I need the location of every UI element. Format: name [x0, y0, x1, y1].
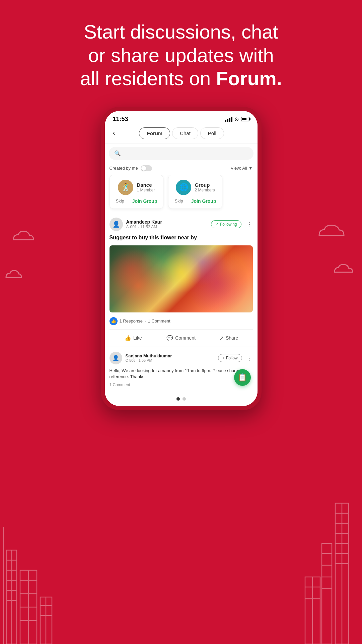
comment-options-button[interactable]: ⋮	[247, 354, 253, 362]
post-actions: 👍 Like 💬 Comment ↗ Share	[110, 329, 253, 347]
post-container: 👤 Amandeep Kaur A-001 · 11:53 AM ✓ Follo…	[105, 213, 258, 347]
wifi-icon: ⊙	[234, 116, 239, 122]
comment-icon: 💬	[166, 335, 173, 341]
group-card-dance: 🕺 Dance 1 Member Skip Join Group	[110, 175, 164, 209]
group-info-2: Group 2 Members	[195, 182, 215, 192]
comment-text: Hello, We are looking for a nanny from 1…	[110, 368, 253, 380]
group-actions-dance: Skip Join Group	[116, 198, 157, 204]
post-header: 👤 Amandeep Kaur A-001 · 11:53 AM ✓ Follo…	[110, 218, 253, 231]
tab-poll[interactable]: Poll	[200, 127, 224, 139]
group-avatar-2: 🌐	[176, 180, 191, 195]
like-thumb-icon: 👍	[110, 317, 118, 325]
post-stats: 👍 1 Response · 1 Comment	[110, 317, 253, 325]
app-nav: ‹ Forum Chat Poll	[105, 125, 258, 143]
join-button-dance[interactable]: Join Group	[132, 198, 157, 204]
share-button[interactable]: ↗ Share	[205, 333, 253, 343]
groups-scroll: 🕺 Dance 1 Member Skip Join Group	[105, 175, 258, 213]
post-user-details: Amandeep Kaur A-001 · 11:53 AM	[126, 219, 162, 229]
phone-outer: 11:53 ⊙ ‹ Forum Chat Poll	[101, 107, 262, 410]
view-all-dropdown[interactable]: View: All ▼	[231, 166, 253, 171]
status-time: 11:53	[113, 116, 128, 123]
indicator-dot-2[interactable]	[183, 397, 186, 401]
group-name-2: Group	[195, 182, 215, 188]
following-badge[interactable]: ✓ Following	[211, 220, 241, 228]
post-image	[110, 245, 253, 312]
search-bar[interactable]: 🔍	[109, 147, 254, 160]
group-card-2: 🌐 Group 2 Members Skip Join Group	[168, 175, 222, 209]
phone-inner: 11:53 ⊙ ‹ Forum Chat Poll	[105, 111, 258, 406]
post-user-avatar: 👤	[110, 218, 123, 231]
search-icon: 🔍	[114, 150, 121, 157]
back-button[interactable]: ‹	[110, 127, 118, 139]
post-meta: A-001 · 11:53 AM	[126, 225, 162, 229]
status-icons: ⊙	[225, 116, 249, 122]
chevron-down-icon: ▼	[248, 166, 253, 171]
comment-user: 👤 Sanjana Muthukkumar C-506 · 1.05 PM	[110, 352, 172, 364]
post-options-button[interactable]: ⋮	[246, 220, 253, 228]
stats-dot: ·	[145, 318, 146, 324]
created-by-me-toggle[interactable]	[141, 165, 152, 171]
responses-count: 1 Response	[120, 318, 143, 324]
join-button-2[interactable]: Join Group	[191, 198, 216, 204]
follow-button[interactable]: + Follow	[218, 354, 242, 362]
group-members-2: 2 Members	[195, 188, 215, 192]
tab-forum[interactable]: Forum	[139, 127, 170, 139]
tab-chat[interactable]: Chat	[172, 127, 198, 139]
battery-icon	[241, 117, 249, 121]
group-members-dance: 1 Member	[137, 188, 155, 192]
comment-label: Comment	[175, 335, 196, 341]
comment-user-details: Sanjana Muthukkumar C-506 · 1.05 PM	[126, 353, 172, 362]
group-card-header-2: 🌐 Group 2 Members	[176, 180, 215, 195]
tab-group: Forum Chat Poll	[121, 127, 242, 139]
comment-user-avatar: 👤	[110, 352, 122, 364]
comment-button[interactable]: 💬 Comment	[157, 333, 205, 343]
comment-header: 👤 Sanjana Muthukkumar C-506 · 1.05 PM + …	[110, 352, 253, 364]
like-button[interactable]: 👍 Like	[110, 333, 157, 343]
signal-icon	[225, 117, 232, 122]
phone-mockup: 11:53 ⊙ ‹ Forum Chat Poll	[0, 104, 362, 410]
comment-reply-count: 1 Comment	[110, 383, 253, 387]
share-label: Share	[226, 335, 238, 341]
status-bar: 11:53 ⊙	[105, 111, 258, 125]
group-avatar-dance: 🕺	[118, 180, 133, 195]
header-tagline: Start discussions, chat or share updates…	[0, 0, 362, 104]
comments-count: 1 Comment	[148, 318, 170, 324]
post-title: Suggest to buy this flower near by	[110, 234, 253, 241]
comment-user-name: Sanjana Muthukkumar	[126, 353, 172, 358]
group-name-dance: Dance	[137, 182, 155, 188]
skip-button-dance[interactable]: Skip	[116, 198, 124, 203]
share-icon: ↗	[219, 335, 224, 341]
comment-section: 👤 Sanjana Muthukkumar C-506 · 1.05 PM + …	[105, 347, 258, 392]
group-card-header: 🕺 Dance 1 Member	[118, 180, 155, 195]
comment-meta: C-506 · 1.05 PM	[126, 358, 172, 362]
post-user-info: 👤 Amandeep Kaur A-001 · 11:53 AM	[110, 218, 162, 231]
fab-icon: 📋	[238, 373, 247, 382]
group-info-dance: Dance 1 Member	[137, 182, 155, 192]
post-user-name: Amandeep Kaur	[126, 219, 162, 225]
indicator-dot-1[interactable]	[176, 397, 180, 401]
flower-overlay	[110, 245, 253, 312]
page-indicators	[105, 392, 258, 406]
svg-rect-26	[322, 543, 332, 644]
group-actions-2: Skip Join Group	[174, 198, 216, 204]
like-label: Like	[133, 335, 142, 341]
filter-row: Created by me View: All ▼	[105, 163, 258, 175]
fab-create-button[interactable]: 📋	[234, 369, 251, 386]
like-icon: 👍	[125, 335, 131, 341]
created-by-me-label: Created by me	[110, 165, 152, 171]
skip-button-2[interactable]: Skip	[174, 198, 183, 203]
